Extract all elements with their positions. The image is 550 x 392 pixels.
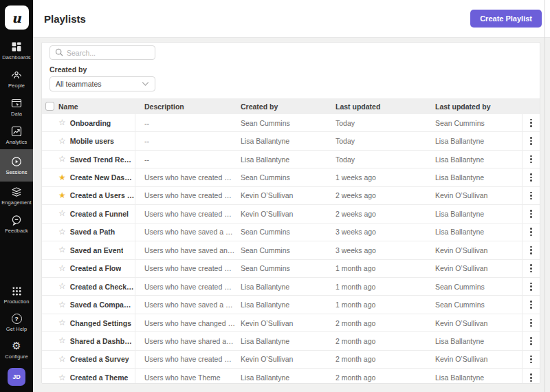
sidebar-item-label: Configure xyxy=(5,353,28,360)
created-by-cell: Lisa Ballantyne xyxy=(241,283,336,291)
table-row[interactable]: ☆ Created a Survey Users who have create… xyxy=(42,351,540,369)
favorite-star-icon[interactable]: ☆ xyxy=(58,118,66,127)
row-menu-button[interactable] xyxy=(526,353,536,367)
row-menu-button[interactable] xyxy=(526,261,536,275)
sidebar-item-people[interactable]: People xyxy=(0,65,33,93)
sidebar-item-dashboards[interactable]: Dashboards xyxy=(0,36,33,65)
last-updated-cell: 2 weeks ago xyxy=(336,210,435,218)
row-menu-button[interactable] xyxy=(526,207,536,221)
table-row[interactable]: ★ Created a Users Segment Users who have… xyxy=(42,187,540,205)
row-menu-button[interactable] xyxy=(526,371,536,384)
playlist-name[interactable]: Saved Trend Report - C... xyxy=(70,155,135,164)
table-row[interactable]: ☆ Saved an Event Users who have saved an… xyxy=(42,241,540,259)
table-row[interactable]: ☆ Created a Funnel Users who have create… xyxy=(42,205,540,223)
favorite-star-icon[interactable]: ☆ xyxy=(58,318,66,327)
sidebar-item-get-help[interactable]: ? Get Help xyxy=(0,309,33,336)
favorite-star-icon[interactable]: ☆ xyxy=(58,155,66,164)
column-header-last-updated[interactable]: Last updated xyxy=(336,102,435,111)
created-by-cell: Kevin O’Sullivan xyxy=(241,319,336,327)
playlist-name[interactable]: Onboarding xyxy=(70,119,111,127)
row-menu-button[interactable] xyxy=(526,280,536,294)
favorite-star-icon[interactable]: ☆ xyxy=(58,228,66,237)
created-by-cell: Lisa Ballantyne xyxy=(241,337,336,345)
last-updated-cell: Today xyxy=(336,155,435,164)
playlist-name[interactable]: Saved a Company Segm... xyxy=(70,301,135,309)
last-updated-cell: 2 month ago xyxy=(336,337,435,345)
favorite-star-icon[interactable]: ☆ xyxy=(58,282,66,291)
row-menu-button[interactable] xyxy=(526,189,536,203)
playlist-name[interactable]: Shared a Dashboard xyxy=(70,337,135,345)
playlist-name[interactable]: Saved an Event xyxy=(70,246,124,254)
sidebar-item-data[interactable]: Data xyxy=(0,93,33,121)
sidebar-item-sessions[interactable]: Sessions xyxy=(0,149,33,182)
table-row[interactable]: ☆ Changed Settings Users who have change… xyxy=(42,314,540,332)
data-icon xyxy=(11,98,22,109)
table-row[interactable]: ☆ Saved a Path Users who have saved a Pa… xyxy=(42,224,540,241)
playlist-name[interactable]: Created a Flow xyxy=(70,264,122,272)
row-menu-button[interactable] xyxy=(526,134,536,148)
column-header-name[interactable]: Name xyxy=(58,98,135,114)
last-updated-by-cell: Kevin O’Sullivan xyxy=(435,191,522,199)
table-row[interactable]: ☆ Created a Theme Users who have Theme L… xyxy=(42,369,540,384)
table-row[interactable]: ★ Create New Dashboard Users who have cr… xyxy=(42,168,540,186)
sidebar-item-feedback[interactable]: Feedback xyxy=(0,210,33,238)
playlist-name[interactable]: Created a Funnel xyxy=(70,210,129,218)
favorite-star-icon[interactable]: ☆ xyxy=(58,137,66,146)
row-menu-button[interactable] xyxy=(526,116,536,130)
table-row[interactable]: ☆ Created a Flow Users who have created … xyxy=(42,260,540,278)
playlist-name[interactable]: Saved a Path xyxy=(70,228,115,236)
row-menu-button[interactable] xyxy=(526,243,536,257)
playlist-name[interactable]: Mobile users xyxy=(70,137,114,145)
playlist-name[interactable]: Created a Checklist xyxy=(70,283,135,291)
table-row[interactable]: ☆ Shared a Dashboard Users who have shar… xyxy=(42,332,540,350)
row-menu-button[interactable] xyxy=(526,334,536,348)
user-avatar[interactable]: JD xyxy=(8,368,25,386)
favorite-star-icon[interactable]: ☆ xyxy=(58,373,66,382)
playlist-name[interactable]: Created a Users Segment xyxy=(70,191,135,199)
row-menu-button[interactable] xyxy=(526,298,536,312)
table-row[interactable]: ☆ Saved Trend Report - C... -- Lisa Ball… xyxy=(42,151,540,168)
favorite-star-icon[interactable]: ☆ xyxy=(58,301,66,309)
favorite-star-icon[interactable]: ☆ xyxy=(58,336,66,345)
column-header-last-updated-by[interactable]: Last updated by xyxy=(435,102,522,111)
search-input[interactable] xyxy=(67,49,150,57)
row-menu-button[interactable] xyxy=(526,225,536,239)
last-updated-by-cell: Lisa Ballantyne xyxy=(435,137,522,145)
favorite-star-icon[interactable]: ★ xyxy=(58,173,66,182)
column-header-description[interactable]: Description xyxy=(135,102,241,111)
table-row[interactable]: ☆ Created a Checklist Users who have cre… xyxy=(42,278,540,296)
last-updated-cell: 1 month ago xyxy=(336,283,435,291)
last-updated-by-cell: Kevin O’Sullivan xyxy=(435,264,522,272)
playlist-name[interactable]: Changed Settings xyxy=(70,319,131,327)
table-header: Name Description Created by Last updated… xyxy=(42,98,540,114)
favorite-star-icon[interactable]: ★ xyxy=(58,191,66,200)
sidebar-item-analytics[interactable]: Analytics xyxy=(0,121,33,149)
create-playlist-button[interactable]: Create Playlist xyxy=(470,10,542,28)
select-all-checkbox[interactable] xyxy=(45,102,54,111)
app-logo[interactable]: u xyxy=(5,6,29,30)
favorite-star-icon[interactable]: ☆ xyxy=(58,355,66,364)
favorite-star-icon[interactable]: ☆ xyxy=(58,209,66,218)
favorite-star-icon[interactable]: ☆ xyxy=(58,264,66,273)
sidebar-item-configure[interactable]: ⚙ Configure xyxy=(0,336,33,364)
row-menu-button[interactable] xyxy=(526,153,536,166)
table-row[interactable]: ☆ Onboarding -- Sean Cummins Today Sean … xyxy=(42,114,540,132)
column-header-created-by[interactable]: Created by xyxy=(241,102,336,111)
table-row[interactable]: ☆ Saved a Company Segm... Users who have… xyxy=(42,296,540,314)
favorite-star-icon[interactable]: ☆ xyxy=(58,246,66,254)
playlist-name[interactable]: Created a Survey xyxy=(70,355,129,363)
last-updated-cell: 2 month ago xyxy=(336,373,435,382)
app-root: u Dashboards People xyxy=(0,0,550,392)
sidebar-item-label: Get Help xyxy=(6,326,27,332)
sidebar-item-engagement[interactable]: Engagement xyxy=(0,182,33,210)
scrollbar[interactable] xyxy=(544,0,545,392)
dashboards-icon xyxy=(11,41,22,52)
row-menu-button[interactable] xyxy=(526,171,536,184)
playlist-name[interactable]: Create New Dashboard xyxy=(70,173,135,182)
playlist-name[interactable]: Created a Theme xyxy=(70,373,129,382)
last-updated-cell: 3 weeks ago xyxy=(336,246,435,254)
table-row[interactable]: ☆ Mobile users -- Lisa Ballantyne Today … xyxy=(42,132,540,150)
sidebar-item-production[interactable]: Production xyxy=(0,281,33,309)
row-menu-button[interactable] xyxy=(526,316,536,330)
created-by-select[interactable]: All teammates xyxy=(50,76,155,91)
